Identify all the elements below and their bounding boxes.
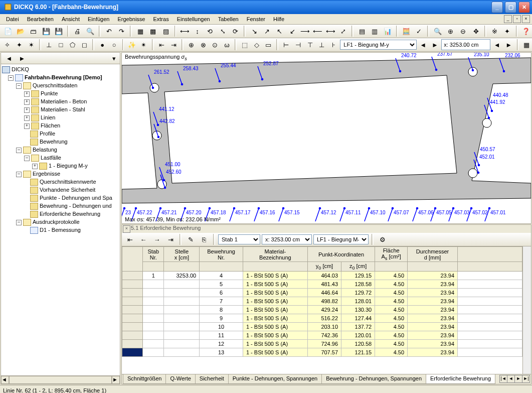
vec4-icon[interactable]: ↙ <box>287 25 298 37</box>
tbl-first-icon[interactable]: ⇤ <box>124 233 136 245</box>
chart-icon[interactable]: 📊 <box>382 25 393 37</box>
table1-icon[interactable]: ▤ <box>356 25 368 37</box>
table-row[interactable]: 6 1 - BSt 500 S (A)446.64129.72 4.5023.9… <box>122 289 522 297</box>
grid2-icon[interactable]: ▩ <box>147 25 159 37</box>
lg4-icon[interactable]: ⊥ <box>316 39 327 51</box>
tab-spin-first[interactable]: |◄ <box>499 375 507 383</box>
open-icon[interactable]: 📂 <box>15 25 26 37</box>
loadcase-combo[interactable]: LF1 - Biegung M-y <box>340 40 417 50</box>
menu-datei[interactable]: Datei <box>2 15 23 23</box>
grid-icon[interactable]: ▦ <box>134 25 146 37</box>
ax2-icon[interactable]: ⊗ <box>198 39 209 51</box>
tab-punkte-ds[interactable]: Punkte - Dehnungen, Spannungen <box>228 374 322 384</box>
ax1-icon[interactable]: ⊕ <box>186 39 197 51</box>
zoomwin-icon[interactable]: 🔍 <box>432 25 443 37</box>
menu-extras[interactable]: Extras <box>149 15 172 23</box>
tab-bew-ds[interactable]: Bewehrung - Dehnungen, Spannungen <box>321 374 426 384</box>
graphics-canvas[interactable]: Bewehrungsspannung σs 261.52258.43255.44… <box>121 52 531 224</box>
spark1-icon[interactable]: ✨ <box>126 39 137 51</box>
tab-spin-prev[interactable]: ◄ <box>507 375 515 383</box>
dim1-icon[interactable]: ⟷ <box>179 25 190 37</box>
dim3-icon[interactable]: ⟲ <box>204 25 216 37</box>
sh2-icon[interactable]: □ <box>55 39 66 51</box>
col-stab-nr[interactable]: StabNr. <box>143 247 164 262</box>
undo-icon[interactable]: ↶ <box>103 25 115 37</box>
col-flaeche[interactable]: FlächeAs [cm²] <box>375 247 408 262</box>
menu-bearbeiten[interactable]: Bearbeiten <box>23 15 58 23</box>
tab-spin-last[interactable]: ►| <box>522 375 530 383</box>
db-icon[interactable]: 🗃 <box>28 25 39 37</box>
menu-hilfe[interactable]: Hilfe <box>269 15 288 23</box>
results-grid[interactable]: StabNr. Stellex [cm] BewehrungNr. Materi… <box>122 246 522 374</box>
sh3-icon[interactable]: ⬠ <box>67 39 78 51</box>
table-row[interactable]: 9 1 - BSt 500 S (A)516.22127.44 4.5023.9… <box>122 314 522 323</box>
vec7-icon[interactable]: ⟷ <box>325 25 336 37</box>
col-z0[interactable]: z0 [cm] <box>341 262 375 272</box>
table2-icon[interactable]: ▥ <box>369 25 381 37</box>
table-row[interactable]: 12 1 - BSt 500 S (A)724.96120.58 4.5023.… <box>122 340 522 348</box>
menu-tabellen[interactable]: Tabellen <box>214 15 243 23</box>
menu-ansicht[interactable]: Ansicht <box>58 15 84 23</box>
lg2-icon[interactable]: ⊣ <box>293 39 304 51</box>
tab-qwerte[interactable]: Q-Werte <box>165 374 195 384</box>
tab-schnittgroessen[interactable]: Schnittgrößen <box>123 374 166 384</box>
save-icon[interactable]: 💾 <box>40 25 52 37</box>
mdi-close-button[interactable]: × <box>522 15 530 23</box>
table-row[interactable]: 11 1 - BSt 500 S (A)742.36120.01 4.5023.… <box>122 331 522 340</box>
tbl-export-icon[interactable]: ⎘ <box>198 233 210 245</box>
zoomall-icon[interactable]: ⊕ <box>445 25 456 37</box>
col-material[interactable]: Material-Bezeichnung <box>243 247 307 262</box>
pt2-icon[interactable]: ✦ <box>14 39 25 51</box>
tbl-edit-icon[interactable]: ✎ <box>185 233 197 245</box>
mdi-minimize-button[interactable]: _ <box>504 15 512 23</box>
close-button[interactable]: ✕ <box>518 2 530 13</box>
lg3-icon[interactable]: ⊤ <box>304 39 315 51</box>
tbl-prev-icon[interactable]: ← <box>137 233 149 245</box>
layout-icon[interactable]: ▦ <box>521 39 532 51</box>
save-as-icon[interactable]: 💾 <box>53 25 65 37</box>
project-tree[interactable]: DICKQ –Fahrbahn-Bewehrung [Demo] –Quersc… <box>1 64 120 375</box>
dim4-icon[interactable]: ⤡ <box>217 25 229 37</box>
print-icon[interactable]: 🖨 <box>72 25 83 37</box>
table-row[interactable]: 13253.004 1 - BSt 500 S (A)464.03129.15 … <box>122 272 522 280</box>
grid-vscroll[interactable] <box>522 246 531 374</box>
vec2-icon[interactable]: ↗ <box>261 25 273 37</box>
tree-nav-next-icon[interactable]: ► <box>16 52 28 64</box>
spark2-icon[interactable]: ✴ <box>138 39 149 51</box>
tool-x1-icon[interactable]: ※ <box>489 25 500 37</box>
calc-icon[interactable]: 🧮 <box>401 25 412 37</box>
tab-spin-next[interactable]: ► <box>514 375 522 383</box>
nav1-icon[interactable]: ⇤ <box>156 39 167 51</box>
col-bew-nr[interactable]: BewehrungNr. <box>200 247 243 262</box>
sel2-icon[interactable]: ◇ <box>251 39 262 51</box>
x-position-field[interactable] <box>441 39 490 50</box>
sel1-icon[interactable]: ⬚ <box>239 39 250 51</box>
maximize-button[interactable]: ▢ <box>505 2 516 13</box>
sh4-icon[interactable]: ◻ <box>79 39 90 51</box>
prev-lc-icon[interactable]: ◄ <box>418 39 429 51</box>
tree-collapse-icon[interactable]: ▾ <box>108 52 120 64</box>
vec5-icon[interactable]: ⟶ <box>299 25 311 37</box>
menu-ergebnisse[interactable]: Ergebnisse <box>113 15 149 23</box>
vec8-icon[interactable]: ⤢ <box>337 25 349 37</box>
menu-einfuegen[interactable]: Einfügen <box>84 15 113 23</box>
tab-erf-bew[interactable]: Erforderliche Bewehrung <box>426 374 495 384</box>
table-row[interactable]: 7 1 - BSt 500 S (A)498.82128.01 4.5023.9… <box>122 297 522 306</box>
nav2-icon[interactable]: ⇥ <box>168 39 179 51</box>
ax4-icon[interactable]: ω <box>222 39 233 51</box>
lf-combo[interactable]: LF1 - Biegung M- <box>313 234 369 244</box>
new-icon[interactable]: 📄 <box>2 25 14 37</box>
tbl-next-icon[interactable]: → <box>151 233 163 245</box>
menu-fenster[interactable]: Fenster <box>243 15 269 23</box>
pan-icon[interactable]: ✥ <box>470 25 481 37</box>
menu-einstellungen[interactable]: Einstellungen <box>173 15 214 23</box>
dot1-icon[interactable]: ● <box>97 39 108 51</box>
hatch-icon[interactable]: ▨ <box>160 25 171 37</box>
pt1-icon[interactable]: ✧ <box>2 39 13 51</box>
col-punktkoord[interactable]: Punkt-Koordinaten <box>307 247 375 262</box>
tbl-filter-icon[interactable]: ⚙ <box>377 233 389 245</box>
x-next-icon[interactable]: ► <box>503 39 514 51</box>
pane-close-button[interactable]: × <box>123 225 130 233</box>
pt3-icon[interactable]: ✶ <box>26 39 37 51</box>
redo-icon[interactable]: ↷ <box>116 25 127 37</box>
